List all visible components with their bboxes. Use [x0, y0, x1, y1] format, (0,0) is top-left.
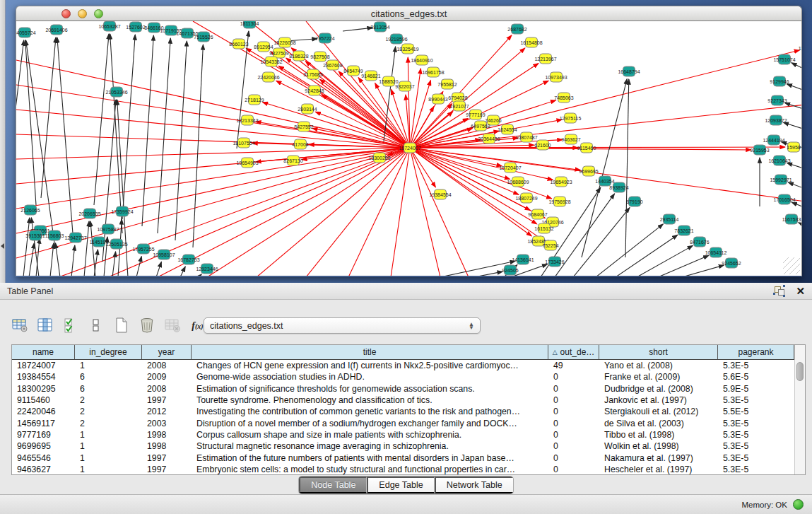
graph-node[interactable]: 7832621: [674, 226, 693, 235]
graph-node[interactable]: 16210643: [768, 156, 790, 165]
graph-edge[interactable]: [783, 122, 802, 133]
table-mode-button[interactable]: [10, 317, 29, 336]
graph-edge[interactable]: [136, 257, 141, 276]
graph-edge[interactable]: [343, 28, 372, 31]
graph-node[interactable]: 8267130: [283, 156, 302, 165]
graph-edge[interactable]: [25, 40, 36, 205]
cell-short[interactable]: de Silva et al. (2003): [599, 419, 718, 428]
table-row[interactable]: 1872400712008Changes of HCN gene express…: [12, 360, 794, 371]
close-panel-icon[interactable]: ✕: [796, 286, 805, 296]
graph-node[interactable]: 2803144: [298, 104, 317, 114]
column-header-out_de[interactable]: △out_de…: [548, 345, 599, 359]
cell-year[interactable]: 1997: [142, 465, 192, 474]
graph-node[interactable]: 2867608: [323, 60, 342, 70]
select-columns-button[interactable]: [61, 317, 80, 336]
graph-node[interactable]: 10688609: [507, 177, 529, 187]
graph-edge[interactable]: [637, 245, 693, 276]
graph-node[interactable]: 924505: [502, 265, 518, 275]
minimize-window-button[interactable]: [78, 9, 87, 18]
graph-edge[interactable]: [410, 50, 799, 148]
graph-edge[interactable]: [23, 218, 30, 276]
graph-edge[interactable]: [792, 63, 802, 75]
graph-edge[interactable]: [112, 252, 116, 276]
cell-in_degree[interactable]: 2: [75, 419, 142, 428]
cell-name[interactable]: 9463627: [12, 465, 75, 474]
cell-in_degree[interactable]: 1: [75, 430, 142, 440]
close-window-button[interactable]: [61, 9, 71, 18]
graph-edge[interactable]: [180, 267, 185, 276]
cell-short[interactable]: Wolkin et al. (1998): [599, 441, 718, 451]
cell-name[interactable]: 9777169: [12, 430, 75, 440]
cell-pagerank[interactable]: 5.3E-5: [718, 395, 794, 405]
graph-edge[interactable]: [682, 265, 724, 276]
float-panel-icon[interactable]: [775, 286, 786, 296]
cell-title[interactable]: Disruption of a novel member of a sodium…: [192, 419, 548, 428]
graph-node[interactable]: 8454749: [343, 66, 363, 76]
cell-short[interactable]: Franke et al. (2009): [599, 372, 718, 382]
column-header-name[interactable]: name: [12, 345, 75, 359]
table-row[interactable]: 1938455462009Genome-wide association stu…: [12, 371, 794, 382]
show-columns-button[interactable]: [35, 317, 54, 336]
tab-network-table[interactable]: Network Table: [435, 477, 513, 493]
cell-out_de[interactable]: 0: [548, 407, 599, 416]
cell-short[interactable]: Hescheler et al. (1997): [599, 465, 718, 474]
cell-name[interactable]: 18724007: [12, 361, 75, 370]
column-header-in_degree[interactable]: in_degree: [75, 345, 142, 359]
graph-node[interactable]: 15720407: [499, 163, 521, 173]
graph-node[interactable]: 3175685: [303, 69, 322, 79]
panel-collapse-arrow-icon[interactable]: [1, 243, 4, 249]
graph-node[interactable]: 18226058: [273, 37, 295, 47]
graph-node[interactable]: 752254: [542, 240, 558, 250]
cell-name[interactable]: 19384554: [12, 372, 75, 382]
graph-edge[interactable]: [787, 163, 802, 173]
graph-node[interactable]: 9699695: [579, 166, 598, 176]
row-height-button[interactable]: [86, 317, 105, 336]
cell-title[interactable]: Corpus callosum shape and size in male p…: [192, 430, 548, 440]
graph-node[interactable]: 2126065: [20, 205, 40, 215]
cell-short[interactable]: Yano et al. (2008): [599, 361, 718, 370]
graph-edge[interactable]: [57, 37, 73, 233]
cell-year[interactable]: 2008: [142, 361, 192, 370]
delete-table-button[interactable]: [137, 317, 156, 336]
graph-node[interactable]: 15958: [787, 142, 801, 152]
cell-out_de[interactable]: 49: [548, 361, 599, 370]
cell-in_degree[interactable]: 2: [75, 395, 142, 405]
graph-node[interactable]: 9129946: [770, 76, 789, 86]
graph-node[interactable]: 18640910: [411, 55, 433, 65]
graph-edge[interactable]: [193, 45, 203, 247]
cell-title[interactable]: Changes of HCN gene expression and I(f) …: [192, 361, 548, 370]
column-header-pagerank[interactable]: pagerank: [718, 345, 794, 359]
graph-node[interactable]: 10958107: [153, 250, 175, 259]
tab-edge-table[interactable]: Edge Table: [367, 477, 434, 493]
graph-edge[interactable]: [199, 274, 201, 276]
graph-edge[interactable]: [410, 69, 420, 148]
cell-name[interactable]: 14569117: [12, 419, 75, 428]
cell-pagerank[interactable]: 5.3E-5: [718, 453, 794, 463]
cell-in_degree[interactable]: 1: [75, 361, 142, 370]
new-table-button[interactable]: [112, 317, 131, 336]
table-row[interactable]: 911546021997Tourette syndrome. Phenomeno…: [12, 395, 794, 406]
column-header-year[interactable]: year: [142, 345, 192, 359]
graph-edge[interactable]: [573, 208, 630, 276]
cell-out_de[interactable]: 0: [548, 453, 599, 463]
graph-node[interactable]: 9777169: [466, 110, 485, 119]
cell-out_de[interactable]: 0: [548, 430, 599, 440]
window-resize-grip[interactable]: [783, 257, 800, 274]
graph-node[interactable]: 7485063: [554, 93, 573, 103]
graph-edge[interactable]: [410, 148, 510, 179]
graph-node[interactable]: 16648794: [618, 66, 640, 76]
graph-edge[interactable]: [410, 147, 785, 148]
cell-out_de[interactable]: 0: [548, 372, 599, 382]
graph-node[interactable]: 8186328: [289, 51, 308, 61]
cell-year[interactable]: 2012: [142, 407, 192, 416]
cell-year[interactable]: 1998: [142, 430, 192, 440]
graph-node[interactable]: 12213967: [534, 54, 556, 64]
cell-pagerank[interactable]: 5.5E-5: [718, 407, 794, 416]
graph-node[interactable]: 16961758: [422, 67, 444, 77]
graph-node[interactable]: 19218596: [385, 34, 407, 44]
graph-node[interactable]: 18325419: [396, 44, 418, 54]
graph-edge[interactable]: [596, 224, 663, 276]
graph-node[interactable]: 14136141: [512, 255, 534, 264]
graph-node[interactable]: 9227343: [767, 95, 787, 105]
table-row[interactable]: 977716911998Corpus callosum shape and si…: [12, 429, 794, 440]
